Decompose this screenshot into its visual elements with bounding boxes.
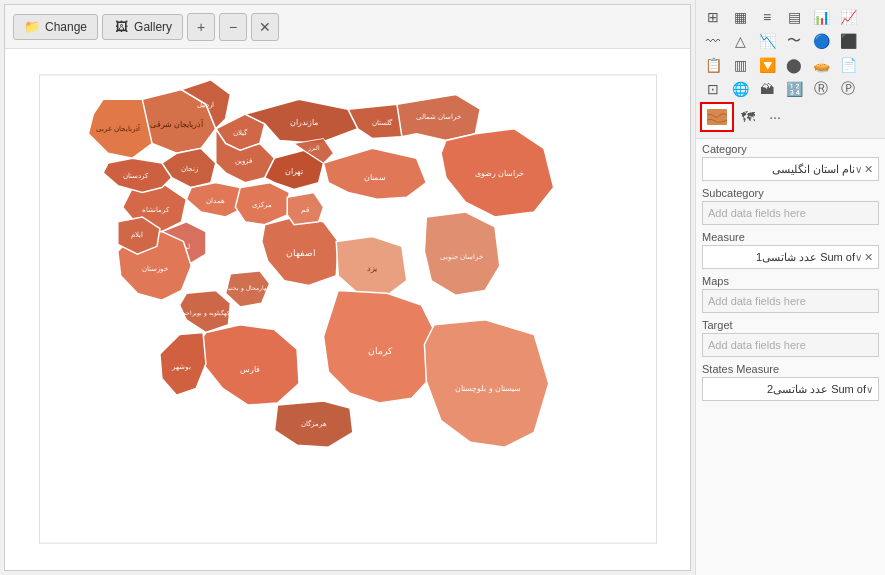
minus-button[interactable]: − <box>219 13 247 41</box>
measure-field[interactable]: Sum of عدد شاتسی1 ∨ ✕ <box>702 245 879 269</box>
svg-text:اردبیل: اردبیل <box>197 101 214 109</box>
close-label: ✕ <box>259 19 271 35</box>
svg-text:البرز: البرز <box>306 145 319 152</box>
svg-text:اصفهان: اصفهان <box>285 248 315 259</box>
matrix-icon[interactable]: ▥ <box>727 54 753 76</box>
close-button[interactable]: ✕ <box>251 13 279 41</box>
svg-text:مازندران: مازندران <box>289 117 317 126</box>
line-chart-icon[interactable]: ≡ <box>754 6 780 28</box>
selected-icon-border[interactable] <box>700 102 734 132</box>
number-icon[interactable]: 🔢 <box>781 78 807 100</box>
states-measure-label: States Measure <box>702 363 879 375</box>
gallery-label: Gallery <box>134 20 172 34</box>
map-toolbar: 📁 Change 🖼 Gallery + − ✕ <box>5 5 690 49</box>
category-close[interactable]: ✕ <box>864 163 873 176</box>
subcategory-label: Subcategory <box>702 187 879 199</box>
maps-placeholder: Add data fields here <box>708 295 806 307</box>
category-section: Category نام استان انگلیسی ∨ ✕ <box>702 143 879 181</box>
filled-map-icon[interactable]: 🏔 <box>754 78 780 100</box>
svg-text:سمنان: سمنان <box>364 172 386 181</box>
states-measure-chevron[interactable]: ∨ <box>866 384 873 395</box>
states-measure-field[interactable]: Sum of عدد شاتسی2 ∨ <box>702 377 879 401</box>
table-icon[interactable]: ⊞ <box>700 6 726 28</box>
svg-text:آذربایجان شرقی: آذربایجان شرقی <box>149 118 203 128</box>
mountain-icon[interactable]: △ <box>727 30 753 52</box>
svg-text:کرمان: کرمان <box>368 346 393 357</box>
column-chart-icon[interactable]: 📊 <box>808 6 834 28</box>
bar-chart-icon[interactable]: ▦ <box>727 6 753 28</box>
combo-icon[interactable]: 📉 <box>754 30 780 52</box>
card-icon[interactable]: 📄 <box>835 54 861 76</box>
svg-text:خراسان جنوبی: خراسان جنوبی <box>440 252 483 261</box>
svg-text:خراسان رضوی: خراسان رضوی <box>475 168 524 177</box>
svg-text:یزد: یزد <box>367 263 377 272</box>
svg-text:همدان: همدان <box>206 196 225 205</box>
measure-label: Measure <box>702 231 879 243</box>
change-button[interactable]: 📁 Change <box>13 14 98 40</box>
more-visuals-icon[interactable]: ··· <box>762 106 788 128</box>
stacked-bar-icon[interactable]: ▤ <box>781 6 807 28</box>
globe-icon[interactable]: 🌐 <box>727 78 753 100</box>
donut-icon[interactable]: ⬤ <box>781 54 807 76</box>
iran-map-svg: آذربایجان شرقی آذربایجان غربی اردبیل گیل… <box>33 70 663 550</box>
target-field[interactable]: Add data fields here <box>702 333 879 357</box>
svg-text:تهران: تهران <box>285 166 303 175</box>
svg-text:زنجان: زنجان <box>180 164 197 172</box>
svg-text:کرمانشاه: کرمانشاه <box>141 206 169 214</box>
wave-icon[interactable]: 〜 <box>781 30 807 52</box>
category-chevron[interactable]: ∨ <box>855 164 862 175</box>
category-field[interactable]: نام استان انگلیسی ∨ ✕ <box>702 157 879 181</box>
pie-icon[interactable]: 🥧 <box>808 54 834 76</box>
gallery-button[interactable]: 🖼 Gallery <box>102 14 183 40</box>
icon-row-1: ⊞ ▦ ≡ ▤ 📊 📈 <box>700 6 881 28</box>
bubble-icon[interactable]: 🔵 <box>808 30 834 52</box>
funnel-icon[interactable]: 🔽 <box>754 54 780 76</box>
icon-row-3: 📋 ▥ 🔽 ⬤ 🥧 📄 <box>700 54 881 76</box>
scatter-icon[interactable]: 〰 <box>700 30 726 52</box>
field-sections: Category نام استان انگلیسی ∨ ✕ Subcatego… <box>696 139 885 575</box>
svg-text:چهارمحال و بختیاری: چهارمحال و بختیاری <box>219 285 270 292</box>
custom-visual-icon[interactable]: 🗺 <box>735 106 761 128</box>
area-chart-icon[interactable]: 📈 <box>835 6 861 28</box>
python-visual-icon[interactable]: Ⓟ <box>835 78 861 100</box>
svg-text:گیلان: گیلان <box>233 127 248 136</box>
minus-label: − <box>229 19 237 35</box>
measure-chevron[interactable]: ∨ <box>855 252 862 263</box>
maps-section: Maps Add data fields here <box>702 275 879 313</box>
add-button[interactable]: + <box>187 13 215 41</box>
r-visual-icon[interactable]: Ⓡ <box>808 78 834 100</box>
states-measure-section: States Measure Sum of عدد شاتسی2 ∨ <box>702 363 879 401</box>
measure-section: Measure Sum of عدد شاتسی1 ∨ ✕ <box>702 231 879 269</box>
icon-row-2: 〰 △ 📉 〜 🔵 ⬛ <box>700 30 881 52</box>
category-value: نام استان انگلیسی <box>708 163 855 176</box>
svg-text:بوشهر: بوشهر <box>170 362 190 370</box>
icon-grid: ⊞ ▦ ≡ ▤ 📊 📈 〰 △ 📉 〜 🔵 ⬛ 📋 ▥ 🔽 ⬤ 🥧 <box>696 0 885 139</box>
right-panel: ⊞ ▦ ≡ ▤ 📊 📈 〰 △ 📉 〜 🔵 ⬛ 📋 ▥ 🔽 ⬤ 🥧 <box>695 0 885 575</box>
maps-field[interactable]: Add data fields here <box>702 289 879 313</box>
maps-label: Maps <box>702 275 879 287</box>
icon-row-4: ⊡ 🌐 🏔 🔢 Ⓡ Ⓟ <box>700 78 881 100</box>
change-label: Change <box>45 20 87 34</box>
svg-text:قم: قم <box>300 206 308 214</box>
choropleth-map-icon[interactable] <box>704 106 730 128</box>
svg-text:گلستان: گلستان <box>372 117 393 126</box>
category-controls: ∨ ✕ <box>855 163 873 176</box>
svg-text:هرمزگان: هرمزگان <box>300 418 326 427</box>
svg-text:خراسان شمالی: خراسان شمالی <box>415 112 460 120</box>
pivot-icon[interactable]: 📋 <box>700 54 726 76</box>
svg-text:سیستان و بلوچستان: سیستان و بلوچستان <box>455 384 520 393</box>
svg-text:ایلام: ایلام <box>131 230 143 238</box>
main-container: 📁 Change 🖼 Gallery + − ✕ <box>0 0 885 575</box>
svg-text:کردستان: کردستان <box>122 171 148 179</box>
treemap-icon[interactable]: ⬛ <box>835 30 861 52</box>
measure-close[interactable]: ✕ <box>864 251 873 264</box>
svg-text:خوزستان: خوزستان <box>142 264 168 272</box>
subcategory-field[interactable]: Add data fields here <box>702 201 879 225</box>
svg-text:آذربایجان غربی: آذربایجان غربی <box>95 122 140 132</box>
states-measure-value: Sum of عدد شاتسی2 <box>708 383 866 396</box>
kpi-icon[interactable]: ⊡ <box>700 78 726 100</box>
gallery-icon: 🖼 <box>113 19 129 35</box>
svg-text:قزوین: قزوین <box>234 157 251 165</box>
icon-row-5: → 🗺 ··· <box>700 102 881 132</box>
category-label: Category <box>702 143 879 155</box>
